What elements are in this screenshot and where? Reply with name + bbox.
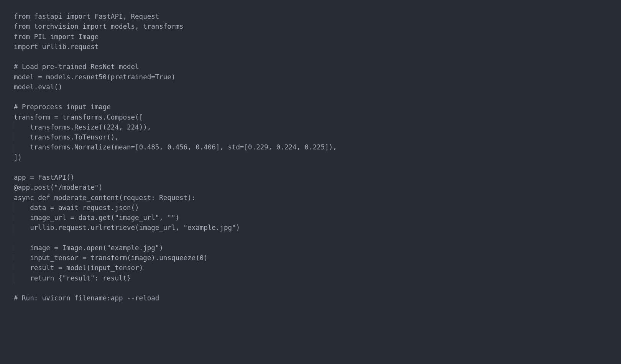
- code-line: return {"result": result}: [14, 273, 607, 283]
- code-line: app = FastAPI(): [14, 172, 607, 182]
- code-line: result = model(input_tensor): [14, 263, 607, 273]
- code-line: transforms.Resize((224, 224)),: [14, 122, 607, 132]
- code-line: from PIL import Image: [14, 32, 607, 42]
- code-line: # Preprocess input image: [14, 102, 607, 112]
- code-line: ]): [14, 152, 607, 162]
- code-line: transforms.Normalize(mean=[0.485, 0.456,…: [14, 142, 607, 152]
- code-line: @app.post("/moderate"): [14, 182, 607, 192]
- code-line: [14, 92, 607, 102]
- code-line: image_url = data.get("image_url", ""): [14, 213, 607, 223]
- code-line: [14, 283, 607, 293]
- code-line: # Run: uvicorn filename:app --reload: [14, 293, 607, 303]
- code-line: [14, 233, 607, 243]
- code-line: transform = transforms.Compose([: [14, 112, 607, 122]
- code-line: data = await request.json(): [14, 203, 607, 213]
- code-line: [14, 162, 607, 172]
- code-line: model.eval(): [14, 82, 607, 92]
- code-line: # Load pre-trained ResNet model: [14, 62, 607, 72]
- code-line: import urllib.request: [14, 42, 607, 52]
- code-block[interactable]: from fastapi import FastAPI, Requestfrom…: [14, 11, 607, 303]
- code-line: transforms.ToTensor(),: [14, 132, 607, 142]
- code-line: async def moderate_content(request: Requ…: [14, 193, 607, 203]
- code-line: input_tensor = transform(image).unsqueez…: [14, 253, 607, 263]
- code-line: from torchvision import models, transfor…: [14, 21, 607, 31]
- code-line: model = models.resnet50(pretrained=True): [14, 72, 607, 82]
- code-line: from fastapi import FastAPI, Request: [14, 11, 607, 21]
- code-line: urllib.request.urlretrieve(image_url, "e…: [14, 223, 607, 233]
- code-line: [14, 52, 607, 62]
- code-line: image = Image.open("example.jpg"): [14, 243, 607, 253]
